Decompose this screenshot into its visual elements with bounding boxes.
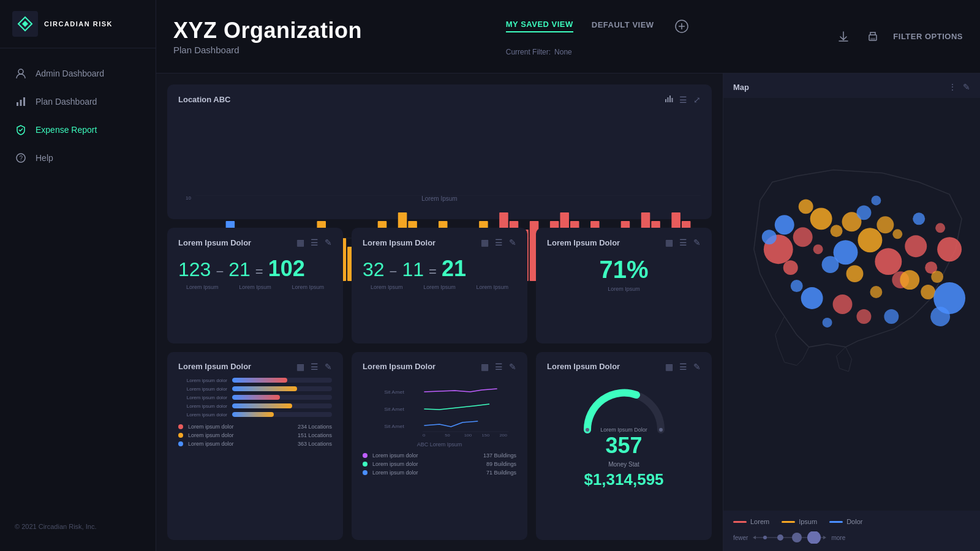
gauge-value: 357 [605, 433, 642, 459]
logo-text: CIRCADIAN RISK [44, 20, 113, 28]
svg-text:Sit Amet: Sit Amet [384, 424, 405, 429]
tab-default-view[interactable]: DEFAULT VIEW [592, 20, 654, 32]
sidebar-item-expense[interactable]: Expense Report [0, 116, 156, 144]
stat2-result: 21 [442, 256, 466, 282]
edit-icon-l[interactable]: ✎ [509, 362, 516, 372]
add-view-button[interactable] [673, 17, 691, 36]
sidebar-item-plan[interactable]: Plan Dashboard [0, 88, 156, 116]
map-svg [723, 98, 980, 511]
gauge-card: Lorem Ipsum Dolor ▦ ☰ ✎ [536, 352, 712, 541]
bar-chart-icon[interactable] [665, 94, 673, 105]
hbar-row-5: Lorem ipsum dolor [178, 412, 332, 418]
stat-card-3-title: Lorem Ipsum Dolor [547, 238, 620, 247]
svg-rect-11 [870, 38, 875, 40]
svg-point-92 [810, 208, 832, 230]
stat-card-3-header: Lorem Ipsum Dolor ▦ ☰ ✎ [547, 238, 701, 247]
bar-icon-l[interactable]: ▦ [481, 362, 489, 372]
copyright: © 2021 Circadian Risk, Inc. [0, 514, 156, 539]
chart-icon [15, 96, 27, 108]
tab-my-saved-view[interactable]: MY SAVED VIEW [506, 20, 573, 32]
map-title: Map [733, 83, 749, 92]
svg-rect-15 [672, 98, 673, 102]
map-more-icon[interactable]: ⋮ [948, 82, 957, 92]
hbar-row-4: Lorem ipsum dolor [178, 403, 332, 409]
bar-icon-g[interactable]: ▦ [665, 362, 673, 372]
expense-report-label: Expense Report [36, 125, 97, 135]
lorem-legend-label: Lorem [750, 518, 769, 525]
edit-icon-g[interactable]: ✎ [693, 362, 701, 372]
edit-icon-h[interactable]: ✎ [325, 362, 332, 372]
svg-point-114 [930, 307, 950, 326]
legend-dot-1 [178, 424, 183, 429]
line-dot-3 [363, 470, 368, 475]
fewer-label: fewer [733, 534, 748, 541]
dashboard-panels: Location ABC ☰ ⤢ 10 5 0 [156, 73, 723, 551]
list-icon-3[interactable]: ☰ [679, 238, 687, 247]
dolor-legend-label: Dolor [846, 518, 862, 525]
map-expand-icon[interactable]: ✎ [963, 82, 970, 92]
hbar-card: Lorem Ipsum Dolor ▦ ☰ ✎ Lorem ipsum dolo… [167, 352, 343, 541]
map-legend-row: Lorem Ipsum Dolor [733, 518, 970, 525]
bar-icon-2[interactable]: ▦ [481, 238, 489, 247]
edit-icon-1[interactable]: ✎ [325, 238, 332, 247]
svg-rect-4 [23, 97, 25, 106]
stat1-l3: Lorem Ipsum [284, 284, 332, 290]
sidebar-item-admin[interactable]: Admin Dashboard [0, 59, 156, 88]
stat1-l1: Lorem Ipsum [178, 284, 226, 290]
svg-point-86 [905, 235, 927, 257]
list-icon-l[interactable]: ☰ [495, 362, 503, 372]
header-center: MY SAVED VIEW DEFAULT VIEW Current Filte… [506, 17, 691, 56]
svg-rect-13 [668, 97, 669, 102]
location-chart-title: Location ABC [178, 95, 230, 104]
logo-icon [12, 11, 38, 37]
list-icon-1[interactable]: ☰ [311, 238, 318, 247]
stat3-pct: 71% [547, 256, 701, 283]
svg-rect-2 [17, 102, 18, 106]
stat2-op1: − [390, 264, 398, 280]
stat1-op2: = [255, 264, 263, 280]
map-panel: Map ⋮ ✎ [723, 73, 980, 551]
edit-icon-3[interactable]: ✎ [693, 238, 701, 247]
map-legend-lorem: Lorem [733, 518, 769, 525]
stat-equation-1: 123 − 21 = 102 [178, 256, 332, 282]
dolor-legend-line [829, 521, 843, 523]
hbar-row-2: Lorem ipsum dolor [178, 386, 332, 392]
expand-icon[interactable]: ⤢ [693, 95, 701, 105]
sidebar: CIRCADIAN RISK Admin Dashboard Plan Dash… [0, 0, 156, 551]
line-card-header: Lorem Ipsum Dolor ▦ ☰ ✎ [363, 362, 516, 372]
line-dot-2 [363, 462, 368, 467]
svg-point-102 [846, 265, 864, 282]
bar-icon-3[interactable]: ▦ [665, 238, 673, 247]
hbar-card-title: Lorem Ipsum Dolor [178, 362, 251, 371]
map-header: Map ⋮ ✎ [723, 73, 980, 98]
line-dot-1 [363, 453, 368, 458]
filter-options-button[interactable]: FILTER OPTIONS [893, 32, 963, 41]
stat2-l2: Lorem Ipsum [415, 284, 463, 290]
svg-point-82 [783, 260, 798, 275]
line-legend-3: Lorem ipsum dolor 71 Buildings [363, 470, 516, 476]
download-button[interactable] [834, 28, 853, 46]
svg-point-120 [763, 536, 767, 539]
ipsum-legend-label: Ipsum [799, 518, 817, 525]
svg-rect-3 [20, 100, 22, 106]
svg-text:150: 150 [482, 433, 490, 437]
org-title: XYZ Organization [173, 18, 362, 43]
line-legend: Lorem ipsum dolor 137 Buildings Lorem ip… [363, 452, 516, 476]
bar-icon-h[interactable]: ▦ [296, 362, 304, 372]
hbar-row-1: Lorem ipsum dolor [178, 378, 332, 383]
list-icon-2[interactable]: ☰ [495, 238, 503, 247]
stat1-op1: − [216, 264, 224, 280]
bar-icon-1[interactable]: ▦ [296, 238, 304, 247]
print-button[interactable] [864, 28, 882, 46]
ipsum-legend-line [782, 521, 795, 523]
line-legend-2: Lorem ipsum dolor 89 Buildings [363, 461, 516, 467]
gauge-inner-label: Lorem Ipsum Dolor [600, 427, 647, 433]
shield-icon [15, 124, 27, 136]
svg-text:50: 50 [445, 433, 450, 437]
gauge-container: Lorem Ipsum Dolor 357 Money Stat $1,314,… [547, 378, 701, 489]
edit-icon-2[interactable]: ✎ [509, 238, 516, 247]
list-icon-g[interactable]: ☰ [679, 362, 687, 372]
sidebar-item-help[interactable]: ? Help [0, 144, 156, 172]
list-icon-h[interactable]: ☰ [311, 362, 318, 372]
list-icon[interactable]: ☰ [679, 95, 687, 105]
